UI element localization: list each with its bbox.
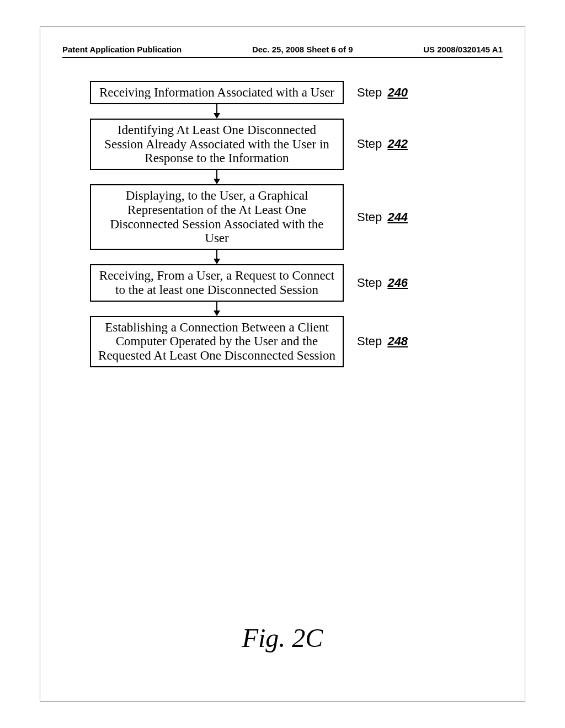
step-label: Step 248 (357, 334, 408, 349)
arrow-wrap (90, 250, 344, 264)
page-header: Patent Application Publication Dec. 25, … (62, 45, 503, 54)
header-mid: Dec. 25, 2008 Sheet 6 of 9 (252, 45, 353, 54)
arrow-wrap (90, 104, 344, 119)
header-right: US 2008/0320145 A1 (423, 45, 503, 54)
header-left: Patent Application Publication (62, 45, 182, 54)
flow-box: Displaying, to the User, a Graphical Rep… (90, 184, 344, 250)
arrow-wrap (90, 170, 344, 184)
svg-marker-5 (214, 259, 220, 264)
svg-marker-3 (214, 179, 220, 184)
step-number: 240 (387, 85, 408, 99)
flow-row: Displaying, to the User, a Graphical Rep… (90, 184, 476, 250)
flowchart: Receiving Information Associated with a … (90, 81, 476, 367)
step-word: Step (357, 210, 382, 224)
flow-row: Establishing a Connection Between a Clie… (90, 316, 476, 367)
flow-box: Identifying At Least One Disconnected Se… (90, 119, 344, 170)
arrow-down-icon (213, 302, 221, 316)
flow-row: Receiving Information Associated with a … (90, 81, 476, 104)
step-number: 248 (387, 334, 408, 348)
step-number: 244 (387, 210, 408, 224)
arrow-wrap (90, 302, 344, 316)
step-word: Step (357, 137, 382, 151)
step-number: 246 (387, 276, 408, 290)
figure-label: Fig. 2C (40, 623, 525, 653)
flow-row: Receiving, From a User, a Request to Con… (90, 264, 476, 302)
flow-box: Receiving Information Associated with a … (90, 81, 344, 104)
step-number: 242 (387, 137, 408, 151)
step-label: Step 240 (357, 85, 408, 100)
arrow-down-icon (213, 104, 221, 119)
flow-row: Identifying At Least One Disconnected Se… (90, 119, 476, 170)
step-word: Step (357, 276, 382, 290)
step-label: Step 244 (357, 210, 408, 224)
svg-marker-1 (214, 113, 220, 119)
svg-marker-7 (214, 311, 220, 316)
step-word: Step (357, 334, 382, 348)
arrow-down-icon (213, 170, 221, 184)
page-frame: Patent Application Publication Dec. 25, … (40, 26, 525, 702)
header-rule (62, 57, 503, 58)
flow-box: Establishing a Connection Between a Clie… (90, 316, 344, 367)
step-label: Step 246 (357, 276, 408, 290)
arrow-down-icon (213, 250, 221, 264)
step-label: Step 242 (357, 137, 408, 151)
step-word: Step (357, 85, 382, 99)
flow-box: Receiving, From a User, a Request to Con… (90, 264, 344, 302)
